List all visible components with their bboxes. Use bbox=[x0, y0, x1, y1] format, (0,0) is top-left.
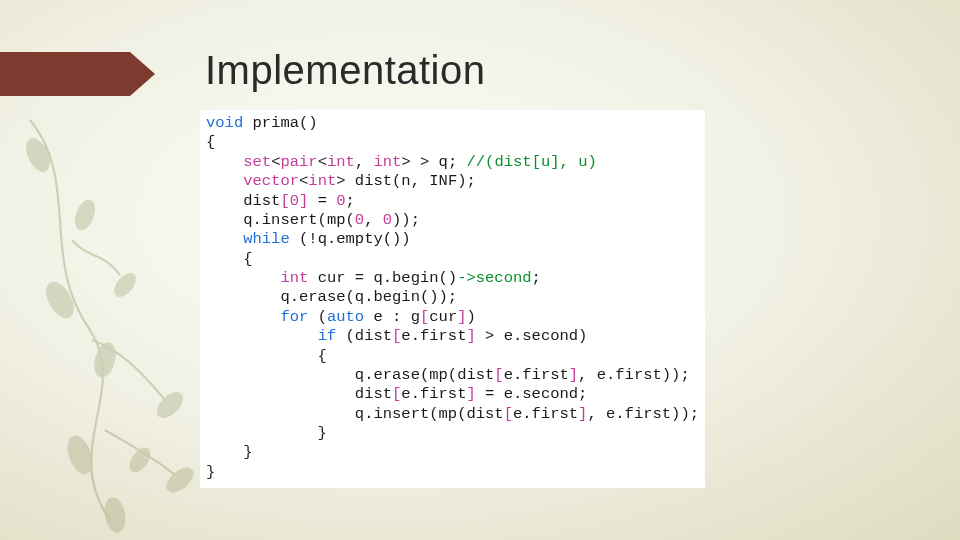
code-token: > bbox=[336, 172, 345, 190]
code-token: ( bbox=[308, 308, 327, 326]
code-token: cur = q.begin() bbox=[308, 269, 457, 287]
code-token: e.first bbox=[401, 327, 466, 345]
code-token: { bbox=[206, 347, 327, 365]
code-token: [ bbox=[280, 192, 289, 210]
code-token: int bbox=[280, 269, 308, 287]
code-token: )); bbox=[392, 211, 420, 229]
slide-title: Implementation bbox=[205, 48, 485, 93]
code-token: ] bbox=[466, 327, 475, 345]
code-token: ] bbox=[299, 192, 308, 210]
code-token: dist(n, INF); bbox=[346, 172, 476, 190]
code-token: set bbox=[243, 153, 271, 171]
code-token: q.insert(mp(dist bbox=[206, 405, 504, 423]
code-token: int bbox=[308, 172, 336, 190]
code-token: //(dist[u], u) bbox=[467, 153, 597, 171]
code-token: e.first bbox=[513, 405, 578, 423]
code-token bbox=[206, 269, 280, 287]
code-token: e.first bbox=[401, 385, 466, 403]
code-token: { bbox=[206, 250, 253, 268]
code-token: second bbox=[476, 269, 532, 287]
code-token: = e.second; bbox=[476, 385, 588, 403]
code-token: ] bbox=[466, 385, 475, 403]
code-token: 0 bbox=[355, 211, 364, 229]
code-token bbox=[206, 153, 243, 171]
code-token: while bbox=[243, 230, 290, 248]
code-token: , e.first)); bbox=[587, 405, 699, 423]
code-token: pair bbox=[280, 153, 317, 171]
svg-point-5 bbox=[152, 387, 187, 422]
code-token: for bbox=[280, 308, 308, 326]
code-token: 0 bbox=[290, 192, 299, 210]
code-token: int bbox=[373, 153, 401, 171]
code-token: , bbox=[355, 153, 374, 171]
code-token: int bbox=[327, 153, 355, 171]
code-token: } bbox=[206, 443, 253, 461]
code-token: , e.first)); bbox=[578, 366, 690, 384]
code-token: -> bbox=[457, 269, 476, 287]
svg-point-3 bbox=[110, 269, 140, 301]
code-token: [ bbox=[420, 308, 429, 326]
code-token: ] bbox=[569, 366, 578, 384]
code-token: > bbox=[401, 153, 410, 171]
code-token: [ bbox=[392, 327, 401, 345]
code-token: e.first bbox=[504, 366, 569, 384]
code-token: ; bbox=[532, 269, 541, 287]
code-token: 0 bbox=[336, 192, 345, 210]
svg-point-6 bbox=[63, 432, 97, 477]
code-token: } bbox=[206, 463, 215, 481]
code-token: q.insert(mp( bbox=[206, 211, 355, 229]
code-token: < bbox=[299, 172, 308, 190]
svg-point-4 bbox=[91, 340, 120, 380]
code-token: cur bbox=[429, 308, 457, 326]
code-token: if bbox=[318, 327, 337, 345]
slide-ribbon bbox=[0, 52, 155, 96]
code-token bbox=[206, 172, 243, 190]
code-token: (dist bbox=[336, 327, 392, 345]
svg-point-8 bbox=[162, 463, 198, 497]
svg-point-0 bbox=[21, 134, 54, 175]
code-token: e : g bbox=[364, 308, 420, 326]
code-token: > q; bbox=[411, 153, 467, 171]
svg-point-2 bbox=[40, 277, 79, 323]
code-token: prima() bbox=[243, 114, 317, 132]
code-token: dist bbox=[206, 192, 280, 210]
svg-point-7 bbox=[125, 444, 154, 476]
code-token: void bbox=[206, 114, 243, 132]
code-token: [ bbox=[504, 405, 513, 423]
code-token: auto bbox=[327, 308, 364, 326]
code-token: ; bbox=[346, 192, 355, 210]
code-token bbox=[206, 308, 280, 326]
code-token: = bbox=[308, 192, 336, 210]
code-token: (!q.empty()) bbox=[290, 230, 411, 248]
code-token: 0 bbox=[383, 211, 392, 229]
code-token: < bbox=[318, 153, 327, 171]
code-token: { bbox=[206, 133, 215, 151]
code-token: [ bbox=[494, 366, 503, 384]
svg-point-1 bbox=[71, 197, 99, 233]
svg-point-9 bbox=[102, 496, 128, 535]
code-token: } bbox=[206, 424, 327, 442]
code-token: q.erase(q.begin()); bbox=[206, 288, 457, 306]
code-token: dist bbox=[206, 385, 392, 403]
code-token: > e.second) bbox=[476, 327, 588, 345]
code-token bbox=[206, 327, 318, 345]
code-token: vector bbox=[243, 172, 299, 190]
code-token: q.erase(mp(dist bbox=[206, 366, 494, 384]
code-token: ) bbox=[467, 308, 476, 326]
code-token: [ bbox=[392, 385, 401, 403]
code-token: ] bbox=[457, 308, 466, 326]
code-token bbox=[206, 230, 243, 248]
code-token: , bbox=[364, 211, 383, 229]
code-listing: void prima() { set<pair<int, int> > q; /… bbox=[200, 110, 705, 488]
code-token: ] bbox=[578, 405, 587, 423]
